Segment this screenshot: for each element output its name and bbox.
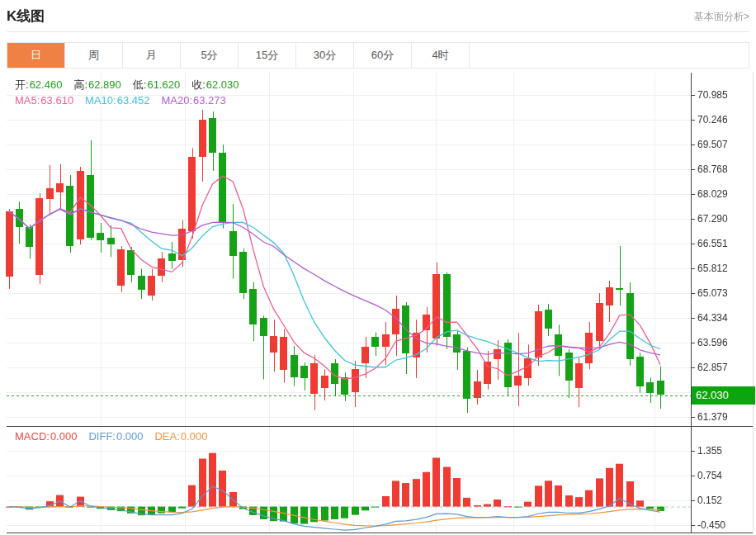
legend-item: DIFF:0.000 — [88, 430, 143, 443]
y-axis-label: 68.029 — [697, 187, 728, 201]
header-divider — [7, 31, 749, 32]
y-axis-label: 68.768 — [697, 163, 728, 176]
tab-周[interactable]: 周 — [65, 43, 123, 68]
legend-item: 收:62.030 — [191, 78, 239, 92]
tab-30分[interactable]: 30分 — [296, 43, 354, 68]
ohlc-legend: 开:62.460高:62.890低:61.620收:62.030 — [15, 78, 239, 92]
y-axis-label: 69.507 — [697, 138, 728, 151]
y-axis-label: 0.152 — [697, 494, 722, 507]
y-axis-label: 70.985 — [697, 88, 728, 102]
y-axis-label: 1.355 — [697, 444, 722, 457]
ma-legend: MA5:63.610MA10:63.452MA20:63.273 — [15, 94, 226, 107]
legend-item: 低:61.620 — [133, 78, 180, 92]
tab-15分[interactable]: 15分 — [239, 43, 296, 68]
y-axis-label: -0.450 — [697, 518, 725, 532]
current-price-badge: 62.030 — [692, 386, 755, 405]
period-tab-bar: 日周月5分15分30分60分4时 — [7, 42, 749, 69]
y-axis-label: 65.812 — [697, 262, 728, 275]
y-axis-label: 0.754 — [697, 469, 722, 482]
y-axis-label: 70.246 — [697, 113, 728, 126]
legend-item: DEA:0.000 — [154, 430, 207, 443]
macd-legend: MACD:0.000DIFF:0.000DEA:0.000 — [15, 430, 207, 443]
tab-60分[interactable]: 60分 — [354, 43, 412, 68]
legend-item: 高:62.890 — [73, 78, 120, 92]
fundamental-analysis-link[interactable]: 基本面分析> — [694, 10, 749, 24]
y-axis-label: 67.290 — [697, 212, 728, 225]
y-axis-label: 62.857 — [697, 361, 728, 374]
y-axis-label: 65.073 — [697, 286, 728, 300]
legend-item: 开:62.460 — [15, 78, 62, 92]
y-axis-label: 66.551 — [697, 237, 728, 250]
tab-4时[interactable]: 4时 — [412, 43, 470, 68]
tab-5分[interactable]: 5分 — [181, 43, 239, 68]
legend-item: MA20:63.273 — [161, 94, 225, 107]
tab-日[interactable]: 日 — [7, 43, 65, 68]
y-axis-label: 63.596 — [697, 336, 728, 349]
y-axis-label: 64.334 — [697, 311, 728, 324]
y-axis-label: 61.379 — [697, 410, 728, 424]
legend-item: MA5:63.610 — [15, 94, 73, 107]
legend-item: MACD:0.000 — [15, 430, 77, 443]
page-title: K线图 — [7, 7, 45, 26]
tab-月[interactable]: 月 — [123, 43, 181, 68]
legend-item: MA10:63.452 — [85, 94, 149, 107]
